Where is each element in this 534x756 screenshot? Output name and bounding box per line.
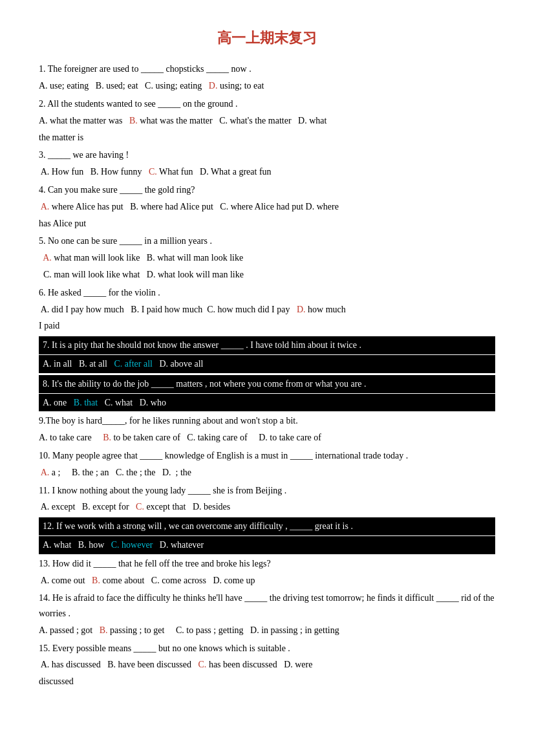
q15-text: 15. Every possible means _____ but no on… (39, 641, 495, 656)
q1-text: 1. The foreigner are used to _____ chops… (39, 61, 495, 77)
q6-options-1: A. did I pay how much B. I paid how much… (39, 302, 495, 318)
q10-text: 10. Many people agree that _____ knowled… (39, 448, 495, 464)
question-1: 1. The foreigner are used to _____ chops… (39, 61, 495, 94)
content: 1. The foreigner are used to _____ chops… (39, 61, 495, 689)
q7-options: A. in all B. at all C. after all D. abov… (39, 355, 495, 373)
q12-options: A. what B. how C. however D. whatever (39, 536, 495, 554)
question-6: 6. He asked _____ for the violin . A. di… (39, 285, 495, 334)
q15-options-1: A. has discussed B. have been discussed … (39, 657, 495, 673)
question-15: 15. Every possible means _____ but no on… (39, 641, 495, 689)
q11-text: 11. I know nothing about the young lady … (39, 483, 495, 499)
question-12: 12. If we work with a strong will , we c… (39, 517, 495, 554)
q3-options: A. How fun B. How funny C. What fun D. W… (39, 164, 495, 180)
question-10: 10. Many people agree that _____ knowled… (39, 448, 495, 481)
page-title: 高一上期末复习 (39, 26, 495, 50)
q4-text: 4. Can you make sure _____ the gold ring… (39, 182, 495, 198)
question-4: 4. Can you make sure _____ the gold ring… (39, 182, 495, 231)
q6-options-2: I paid (39, 318, 495, 334)
q10-options: A. a ; B. the ; an C. the ; the D. ; the (39, 465, 495, 481)
q11-options: A. except B. except for C. except that D… (39, 499, 495, 515)
question-7: 7. It is a pity that he should not know … (39, 336, 495, 373)
q3-text: 3. _____ we are having ! (39, 147, 495, 163)
q5-options-1: A. what man will look like B. what will … (39, 250, 495, 266)
question-14: 14. He is afraid to face the difficulty … (39, 590, 495, 638)
q2-options-1: A. what the matter was B. what was the m… (39, 113, 495, 129)
question-2: 2. All the students wanted to see _____ … (39, 96, 495, 145)
q4-options-1: A. where Alice has put B. where had Alic… (39, 199, 495, 215)
question-3: 3. _____ we are having ! A. How fun B. H… (39, 147, 495, 180)
q9-options: A. to take care B. to be taken care of C… (39, 430, 495, 446)
q2-text: 2. All the students wanted to see _____ … (39, 96, 495, 112)
q5-options-2: C. man will look like what D. what look … (39, 267, 495, 283)
q13-text: 13. How did it _____ that he fell off th… (39, 556, 495, 572)
q2-options-2: the matter is (39, 130, 495, 146)
q15-options-2: discussed (39, 674, 495, 689)
q5-text: 5. No one can be sure _____ in a million… (39, 233, 495, 249)
q8-options: A. one B. that C. what D. who (39, 394, 495, 412)
q13-options: A. come out B. come about C. come across… (39, 573, 495, 589)
question-8: 8. It's the ability to do the job _____ … (39, 375, 495, 412)
question-5: 5. No one can be sure _____ in a million… (39, 233, 495, 282)
q8-text: 8. It's the ability to do the job _____ … (39, 375, 495, 393)
q6-text: 6. He asked _____ for the violin . (39, 285, 495, 301)
q14-text: 14. He is afraid to face the difficulty … (39, 590, 495, 621)
q1-options: A. use; eating B. used; eat C. using; ea… (39, 78, 495, 94)
q14-options: A. passed ; got B. passing ; to get C. t… (39, 623, 495, 638)
q4-options-2: has Alice put (39, 216, 495, 232)
q7-text: 7. It is a pity that he should not know … (39, 336, 495, 354)
q12-text: 12. If we work with a strong will , we c… (39, 517, 495, 535)
question-13: 13. How did it _____ that he fell off th… (39, 556, 495, 589)
question-11: 11. I know nothing about the young lady … (39, 483, 495, 515)
q9-text: 9.The boy is hard_____, for he likes run… (39, 413, 495, 429)
question-9: 9.The boy is hard_____, for he likes run… (39, 413, 495, 446)
